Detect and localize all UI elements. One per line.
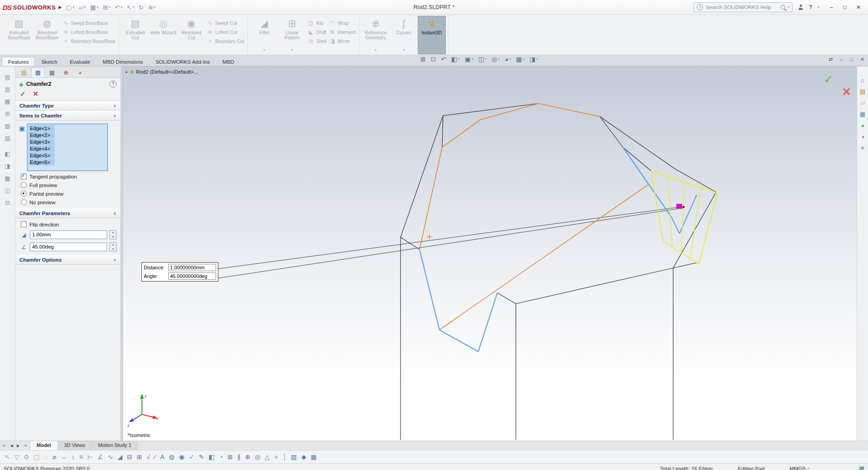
- select-icon[interactable]: ↖▾: [127, 4, 134, 11]
- area-hatch-icon[interactable]: ▨: [291, 453, 297, 461]
- section-view-icon[interactable]: ◧▾: [451, 56, 460, 63]
- angle-input[interactable]: 45.00deg: [30, 243, 107, 251]
- draft-button[interactable]: ◣Draft: [308, 28, 326, 35]
- feature-tree-flyout[interactable]: ▸ ◆ Rod2 (Default<<Default>...: [126, 69, 198, 75]
- user-account-icon[interactable]: [798, 5, 803, 10]
- model-edge-edge[interactable]: [600, 117, 623, 147]
- callout-anchor[interactable]: [683, 206, 684, 208]
- spin-up-icon[interactable]: ▴: [110, 243, 116, 247]
- chevron-down-icon[interactable]: ∨: [113, 258, 116, 262]
- model-edge-orange[interactable]: [420, 147, 442, 249]
- baseline-dimension-icon[interactable]: ≡: [79, 453, 83, 461]
- rebuild-icon[interactable]: ↻: [139, 4, 144, 11]
- units-dropdown-icon[interactable]: ▾: [807, 467, 809, 470]
- selection-filter-icon[interactable]: ▽: [14, 453, 19, 461]
- left-dock-tool-3-icon[interactable]: ▦: [5, 98, 10, 105]
- full-preview-radio[interactable]: Full preview: [21, 182, 117, 188]
- radio-icon[interactable]: [21, 182, 27, 188]
- minimize-document-icon[interactable]: –: [840, 56, 843, 62]
- file-explorer-icon[interactable]: ▱: [860, 99, 865, 106]
- pm-help-icon[interactable]: ?: [109, 80, 117, 88]
- spin-down-icon[interactable]: ▾: [110, 247, 116, 252]
- extruded-cut-button[interactable]: ▨ Extruded Cut: [121, 16, 149, 54]
- model-edge-blue[interactable]: [420, 249, 439, 330]
- zoom-to-fit-icon[interactable]: ⊠: [420, 56, 426, 63]
- section-items-to-chamfer[interactable]: Items to Chamfer ∧: [15, 111, 120, 121]
- model-edge-orange[interactable]: [538, 103, 600, 117]
- revolved-boss-base-button[interactable]: ◍ Revolved Boss/Base: [33, 16, 61, 54]
- shell-button[interactable]: ◘Shell: [308, 38, 326, 44]
- edit-appearance-icon[interactable]: ◕▾: [505, 56, 511, 63]
- partial-preview-radio[interactable]: Partial preview: [21, 191, 117, 197]
- tab-3d-views[interactable]: 3D Views: [58, 441, 92, 450]
- model-edge-orange[interactable]: [442, 120, 480, 147]
- curves-button[interactable]: ∫ Curves ▾: [390, 16, 418, 54]
- new-document-icon[interactable]: ▢▾: [66, 4, 74, 11]
- close-window-icon[interactable]: ✕: [852, 2, 865, 12]
- model-edge-rod[interactable]: [214, 207, 684, 269]
- section-chamfer-options[interactable]: Chamfer Options ∨: [15, 255, 120, 265]
- appearances-icon[interactable]: ◕: [861, 122, 864, 129]
- model-edge-edge[interactable]: [401, 116, 443, 237]
- last-tab-icon[interactable]: ⇥: [22, 443, 28, 448]
- datum-feature-icon[interactable]: ⊟: [127, 453, 132, 461]
- dropdown-arrow-icon[interactable]: ▾: [536, 57, 538, 61]
- reference-geometry-dropdown-icon[interactable]: ▾: [375, 47, 377, 54]
- dropdown-arrow-icon[interactable]: ▾: [121, 5, 123, 9]
- curves-dropdown-icon[interactable]: ▾: [403, 47, 405, 54]
- dropdown-arrow-icon[interactable]: ▾: [509, 57, 511, 61]
- intersect-button[interactable]: ⊗Intersect: [330, 28, 356, 35]
- left-dock-tool-2-icon[interactable]: ▥: [5, 86, 10, 93]
- search-dropdown-icon[interactable]: ▾: [788, 5, 790, 9]
- angle-stepper[interactable]: ▴▾: [109, 242, 117, 252]
- graphics-viewport[interactable]: ▸ ◆ Rod2 (Default<<Default>... Distance:…: [123, 66, 857, 441]
- checkbox-icon[interactable]: [21, 221, 27, 227]
- smart-dimension-icon[interactable]: ⌀: [52, 453, 56, 461]
- unit-system-selector[interactable]: MMGS ▾: [789, 466, 809, 470]
- view-orientation-icon[interactable]: ▣▾: [465, 56, 473, 63]
- previous-tab-icon[interactable]: ◀: [9, 443, 14, 448]
- spell-checker-icon[interactable]: ✓: [189, 453, 194, 461]
- model-edge-edge[interactable]: [600, 117, 675, 169]
- extruded-boss-base-button[interactable]: ▧ Extruded Boss/Base: [5, 16, 33, 54]
- left-dock-tool-11-icon[interactable]: ⊟: [5, 199, 10, 206]
- angle-dimension-icon[interactable]: ∠: [98, 453, 104, 461]
- horizontal-dimension-icon[interactable]: ↔: [61, 453, 67, 461]
- model-edge-blue[interactable]: [478, 293, 497, 352]
- callout-distance-value[interactable]: 1.00000000mm: [168, 264, 216, 271]
- menu-flyout-icon[interactable]: ▶: [58, 5, 61, 9]
- left-dock-tool-8-icon[interactable]: ◨: [5, 163, 10, 169]
- geometric-tolerance-icon[interactable]: ⊞: [137, 453, 142, 461]
- model-edge-yellow[interactable]: [663, 241, 699, 264]
- ordinate-dimension-icon[interactable]: ⊢: [87, 453, 93, 461]
- blocks-icon[interactable]: ◆: [301, 453, 306, 461]
- previous-view-icon[interactable]: ↶: [441, 56, 446, 63]
- checkbox-checked-icon[interactable]: [21, 174, 27, 179]
- help-dropdown-icon[interactable]: ▾: [817, 5, 819, 9]
- weld-symbol-icon[interactable]: ∕: [155, 453, 156, 461]
- list-item[interactable]: Edge<5>: [28, 152, 55, 159]
- confirm-cancel-button[interactable]: ✕: [842, 85, 851, 99]
- view-settings-icon[interactable]: ◨▾: [529, 56, 538, 63]
- swept-cut-button[interactable]: ∿Swept Cut: [207, 19, 244, 26]
- model-edge-yellow[interactable]: [681, 182, 684, 253]
- apply-scene-icon[interactable]: ▦▾: [516, 56, 524, 63]
- model-edge-blue[interactable]: [671, 217, 679, 234]
- restore-document-icon[interactable]: □: [850, 56, 853, 62]
- fillet-button[interactable]: ◢ Fillet ▾: [250, 16, 278, 54]
- chevron-up-icon[interactable]: ∧: [113, 211, 116, 216]
- fillet-dropdown-icon[interactable]: ▾: [264, 47, 265, 54]
- section-chamfer-type[interactable]: Chamfer Type ∨: [15, 101, 120, 111]
- maximize-window-icon[interactable]: □: [838, 2, 852, 12]
- dropdown-arrow-icon[interactable]: ▾: [472, 57, 473, 61]
- rib-button[interactable]: ◫Rib: [308, 19, 326, 26]
- search-scope-icon[interactable]: ?: [697, 4, 703, 10]
- break-view-icon[interactable]: ∦: [237, 453, 241, 461]
- list-item[interactable]: Edge<2>: [28, 132, 55, 138]
- lofted-boss-base-button[interactable]: ≋Lofted Boss/Base: [63, 28, 115, 35]
- dimxpert-manager-icon[interactable]: ⊕: [59, 67, 73, 77]
- chevron-up-icon[interactable]: ∧: [113, 113, 116, 118]
- options-icon[interactable]: ⊛▾: [148, 4, 156, 11]
- previous-document-icon[interactable]: ⇄: [829, 56, 833, 62]
- model-edge-edge[interactable]: [673, 263, 698, 268]
